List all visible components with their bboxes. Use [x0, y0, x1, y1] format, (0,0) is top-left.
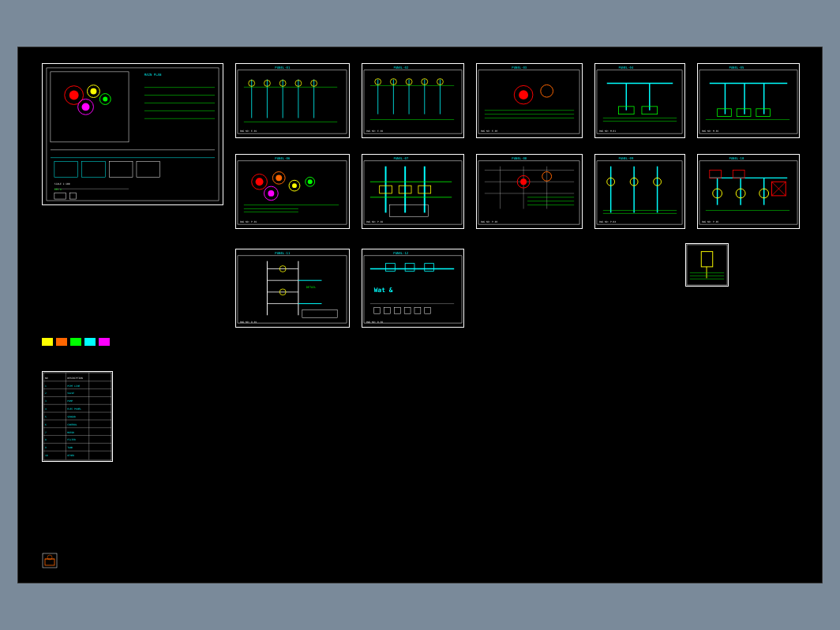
svg-rect-158 — [701, 252, 712, 267]
drawing-panel-r1c4[interactable]: PANEL-04 DWG NO: M-01 — [594, 63, 685, 138]
svg-text:PUMP: PUMP — [67, 399, 73, 403]
svg-text:DWG NO: P-05: DWG NO: P-05 — [702, 220, 719, 223]
svg-text:PANEL-05: PANEL-05 — [729, 66, 744, 69]
svg-text:DWG NO: P-04: DWG NO: P-04 — [599, 220, 616, 223]
svg-text:DWG NO: P-03: DWG NO: P-03 — [481, 220, 498, 223]
svg-text:PANEL-06: PANEL-06 — [275, 156, 291, 160]
svg-point-90 — [256, 178, 264, 186]
legend-orange — [56, 338, 67, 346]
svg-rect-182 — [386, 264, 396, 272]
svg-rect-84 — [756, 109, 771, 117]
svg-rect-115 — [478, 161, 579, 224]
svg-rect-103 — [364, 161, 462, 224]
svg-text:ELEC PANEL: ELEC PANEL — [67, 407, 81, 411]
svg-rect-113 — [389, 205, 428, 217]
svg-text:9: 9 — [45, 446, 47, 449]
svg-rect-25 — [70, 193, 77, 199]
svg-rect-148 — [733, 171, 744, 178]
svg-rect-147 — [710, 171, 722, 178]
svg-text:REV A: REV A — [54, 188, 62, 191]
legend-cyan — [84, 338, 96, 346]
svg-text:SCALE 1:100: SCALE 1:100 — [54, 182, 70, 186]
svg-text:SENSOR: SENSOR — [67, 415, 76, 418]
svg-rect-14 — [109, 162, 133, 178]
svg-rect-57 — [478, 70, 579, 133]
svg-text:FILTER: FILTER — [67, 438, 76, 441]
legend-magenta — [99, 338, 110, 346]
svg-text:PANEL-11: PANEL-11 — [275, 251, 291, 255]
drawing-panel-r2c3[interactable]: PANEL-08 DWG NO: P-03 — [476, 154, 583, 229]
svg-text:OTHER: OTHER — [67, 454, 74, 457]
corner-icon — [42, 553, 58, 568]
drawing-panel-r1c1[interactable]: PANEL-01 DWG NO: E-01 — [235, 63, 350, 138]
svg-rect-42 — [364, 70, 462, 133]
svg-text:DESCRIPTION: DESCRIPTION — [67, 377, 83, 380]
svg-text:DWG NO: M-01: DWG NO: M-01 — [599, 129, 616, 133]
svg-rect-191 — [425, 308, 431, 314]
svg-text:PANEL-07: PANEL-07 — [393, 156, 409, 160]
svg-point-3 — [69, 91, 79, 100]
svg-text:PIPE LINE: PIPE LINE — [67, 384, 80, 388]
main-drawing-panel[interactable]: MAIN PLAN SCALE 1:100 REV A — [42, 63, 223, 205]
drawing-panel-r2c5[interactable]: PANEL-10 DWG NO: P-05 — [697, 154, 800, 229]
svg-rect-187 — [384, 308, 391, 314]
svg-point-9 — [103, 97, 107, 102]
svg-text:PANEL-01: PANEL-01 — [275, 66, 291, 69]
svg-text:PANEL-03: PANEL-03 — [512, 66, 527, 69]
svg-rect-189 — [404, 308, 411, 314]
svg-text:4: 4 — [45, 407, 47, 411]
drawing-panel-r3c2[interactable]: PANEL-12 Wat & DWG NO: D-02 — [362, 249, 464, 328]
drawing-panel-r1c5[interactable]: PANEL-05 DWG NO: M-02 — [697, 63, 800, 138]
svg-text:6: 6 — [45, 423, 47, 426]
svg-rect-27 — [238, 70, 347, 133]
drawing-panel-r2c4[interactable]: PANEL-09 DWG NO: P-04 — [594, 154, 685, 229]
svg-text:DETAIL: DETAIL — [306, 286, 316, 289]
svg-text:DWG NO: D-01: DWG NO: D-01 — [240, 321, 257, 324]
svg-point-7 — [82, 103, 90, 111]
drawing-panel-r1c3[interactable]: PANEL-03 DWG NO: E-03 — [476, 63, 583, 138]
svg-text:PANEL-04: PANEL-04 — [618, 66, 633, 69]
svg-text:NO: NO — [45, 377, 48, 380]
svg-rect-66 — [597, 70, 682, 133]
svg-text:VALVE: VALVE — [67, 392, 74, 395]
color-legend — [42, 338, 110, 346]
svg-rect-190 — [414, 308, 421, 314]
svg-rect-13 — [82, 162, 106, 178]
svg-text:PANEL-12: PANEL-12 — [393, 251, 409, 255]
svg-text:10: 10 — [45, 454, 48, 457]
svg-text:8: 8 — [45, 438, 47, 441]
svg-text:PANEL-08: PANEL-08 — [512, 156, 527, 160]
svg-rect-184 — [425, 264, 434, 272]
svg-point-124 — [520, 178, 527, 185]
svg-rect-82 — [718, 109, 732, 117]
svg-text:DWG NO: E-03: DWG NO: E-03 — [481, 129, 498, 133]
svg-text:PANEL-02: PANEL-02 — [393, 66, 409, 69]
drawing-panel-small[interactable] — [685, 243, 729, 287]
drawing-panel-r1c2[interactable]: PANEL-02 DWG NO: E-02 — [362, 63, 464, 138]
drawing-panel-r3c1[interactable]: PANEL-11 DETAIL DWG NO: D-01 — [235, 249, 350, 328]
svg-rect-83 — [737, 109, 751, 117]
svg-point-94 — [268, 190, 274, 197]
svg-point-5 — [90, 88, 96, 95]
svg-point-92 — [276, 174, 282, 181]
svg-text:DWG NO: D-02: DWG NO: D-02 — [366, 321, 384, 324]
drawing-panel-r2c1[interactable]: PANEL-06 DWG NO: P-01 — [235, 154, 350, 229]
svg-text:MOTOR: MOTOR — [67, 431, 74, 434]
svg-text:Wat &: Wat & — [374, 287, 393, 294]
svg-text:1: 1 — [45, 384, 47, 388]
drawing-panel-r2c2[interactable]: PANEL-07 DWG NO: P-02 — [362, 154, 464, 229]
svg-text:MAIN PLAN: MAIN PLAN — [144, 73, 162, 77]
svg-point-61 — [541, 84, 553, 97]
svg-rect-24 — [54, 193, 66, 199]
svg-rect-15 — [137, 162, 160, 178]
cad-canvas: MAIN PLAN SCALE 1:100 REV A PANEL-01 — [17, 47, 823, 583]
svg-point-60 — [519, 90, 528, 99]
svg-point-98 — [308, 179, 313, 184]
svg-text:TANK: TANK — [67, 446, 73, 449]
svg-text:PANEL-09: PANEL-09 — [618, 156, 633, 160]
svg-text:3: 3 — [45, 399, 47, 403]
svg-text:CONTROL: CONTROL — [67, 423, 77, 426]
svg-rect-183 — [405, 264, 414, 272]
svg-rect-176 — [302, 309, 337, 317]
svg-rect-188 — [394, 308, 400, 314]
